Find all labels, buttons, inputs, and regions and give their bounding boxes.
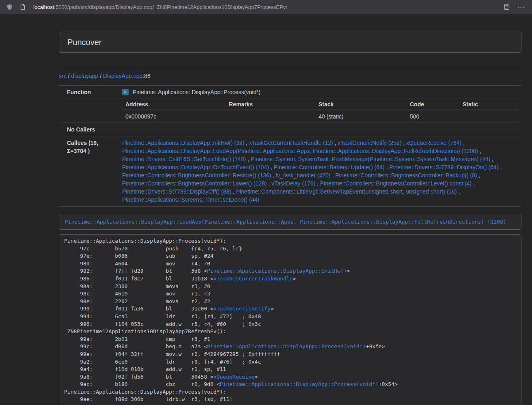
breadcrumb-link[interactable]: displayapp bbox=[71, 73, 98, 79]
callee-link[interactable]: Pinetime::Applications::Screens::Timer::… bbox=[122, 196, 259, 203]
callee-link[interactable]: Pinetime::Drivers::St7789::DisplayOff() … bbox=[122, 188, 231, 195]
callee-link[interactable]: Pinetime::Controllers::BrightnessControl… bbox=[122, 180, 267, 187]
callee-link[interactable]: Pinetime::System::SystemTask::PushMessag… bbox=[251, 156, 491, 162]
breadcrumb-link[interactable]: DisplayApp.cpp bbox=[103, 73, 142, 79]
breadcrumb-line-number: :86 bbox=[142, 73, 150, 79]
stats-column-header: Stack bbox=[315, 99, 407, 110]
symbol-panel: Pinetime::Applications::DisplayApp::Load… bbox=[59, 214, 521, 230]
function-table: Function Pinetime::Applications::Display… bbox=[59, 85, 521, 207]
shield-icon[interactable] bbox=[6, 3, 14, 11]
browser-toolbar: localhost:5000/path/src/displayapp/Displ… bbox=[0, 0, 532, 14]
callee-link[interactable]: Pinetime::Controllers::BrightnessControl… bbox=[335, 172, 477, 179]
panel-heading-link[interactable]: Pinetime::Applications::DisplayApp::Load… bbox=[65, 219, 506, 225]
function-label: Function bbox=[59, 86, 119, 99]
app-header: Puncover bbox=[59, 32, 521, 53]
symbol-link[interactable]: xTaskGenericNotify bbox=[213, 306, 271, 312]
stats-column-header: Address bbox=[122, 99, 226, 110]
callee-link[interactable]: Pinetime::Drivers::St7789::DisplayOn() (… bbox=[389, 164, 498, 170]
callee-link[interactable]: xTaskGenericNotify (252) bbox=[338, 140, 401, 146]
page-title: Puncover bbox=[67, 38, 102, 47]
callee-link[interactable]: xQueueReceive (764) bbox=[406, 140, 461, 146]
url-path: :5000/path/src/displayapp/DisplayApp.cpp… bbox=[54, 4, 287, 10]
stats-table: AddressRemarksStackCodeStatic 0x0000097c… bbox=[122, 99, 518, 123]
breadcrumb-separator: / bbox=[67, 73, 71, 79]
callee-link[interactable]: vTaskDelay (176) bbox=[271, 180, 315, 187]
callee-link[interactable]: lv_task_handler (420) bbox=[276, 172, 331, 179]
stats-value-row: 0x0000097c40 (static)500 bbox=[122, 110, 518, 123]
symbol-link[interactable]: xTaskGetCurrentTaskHandle bbox=[213, 276, 293, 282]
callee-link[interactable]: Pinetime::Controllers::Battery::Update()… bbox=[274, 164, 385, 170]
url-host: localhost bbox=[33, 4, 54, 10]
function-cell: Pinetime::Applications::DisplayApp::Proc… bbox=[119, 86, 521, 99]
callee-link[interactable]: xTaskGetCurrentTaskHandle (12) bbox=[249, 140, 333, 146]
page-info-icon[interactable] bbox=[19, 3, 27, 11]
function-name: Pinetime::Applications::DisplayApp::Proc… bbox=[133, 89, 261, 95]
stats-value bbox=[226, 110, 315, 123]
page-content: Puncover src / displayapp / DisplayApp.c… bbox=[59, 32, 521, 405]
callees-list: Pinetime::Applications::DisplayApp::Init… bbox=[119, 136, 521, 207]
divider bbox=[59, 68, 521, 68]
symbol-link[interactable]: Pinetime::Applications::DisplayApp::Proc… bbox=[220, 381, 379, 387]
breadcrumb: src / displayapp / DisplayApp.cpp:86 bbox=[59, 72, 521, 80]
callee-link[interactable]: Pinetime::Components::LittleVgl::SetNewT… bbox=[236, 188, 457, 195]
callee-link[interactable]: Pinetime::Applications::DisplayApp::Init… bbox=[122, 140, 244, 146]
breadcrumb-link[interactable]: src bbox=[59, 73, 67, 79]
callee-link[interactable]: Pinetime::Applications::DisplayApp::OnTo… bbox=[122, 164, 269, 170]
table-row: AddressRemarksStackCodeStatic 0x0000097c… bbox=[59, 99, 521, 123]
callers-cell bbox=[119, 123, 521, 136]
stats-value: 0x0000097c bbox=[122, 110, 226, 123]
reader-view-icon[interactable] bbox=[503, 3, 511, 11]
stats-value: 500 bbox=[407, 110, 459, 123]
table-row: Function Pinetime::Applications::Display… bbox=[59, 86, 521, 99]
stats-header-row: AddressRemarksStackCodeStatic bbox=[122, 99, 518, 110]
url-bar[interactable]: localhost:5000/path/src/displayapp/Displ… bbox=[33, 4, 498, 10]
table-row: Callees (19, Σ=3704 ) Pinetime::Applicat… bbox=[59, 136, 521, 207]
callee-link[interactable]: Pinetime::Controllers::BrightnessControl… bbox=[320, 180, 472, 187]
table-row: No Callers bbox=[59, 123, 521, 136]
page-actions-icon[interactable]: ⋯ bbox=[516, 4, 526, 11]
callee-link[interactable]: Pinetime::Controllers::BrightnessControl… bbox=[122, 172, 271, 179]
stats-column-header: Code bbox=[407, 99, 459, 110]
callee-link[interactable]: Pinetime::Drivers::Cst816S::GetTouchInfo… bbox=[122, 156, 246, 162]
stats-column-header: Remarks bbox=[226, 99, 315, 110]
no-callers-label: No Callers bbox=[59, 123, 119, 136]
stats-value bbox=[459, 110, 518, 123]
disassembly: Pinetime::Applications::DisplayApp::Proc… bbox=[59, 234, 521, 405]
stats-cell: AddressRemarksStackCodeStatic 0x0000097c… bbox=[119, 99, 521, 123]
callee-link[interactable]: Pinetime::Applications::DisplayApp::Load… bbox=[122, 148, 478, 154]
symbol-link[interactable]: Pinetime::Applications::DisplayApp::Init… bbox=[207, 268, 347, 274]
callees-label: Callees (19, Σ=3704 ) bbox=[59, 136, 119, 207]
stats-column-header: Static bbox=[459, 99, 518, 110]
empty-label bbox=[59, 99, 119, 123]
symbol-link[interactable]: xQueueReceive bbox=[213, 374, 255, 380]
stats-value: 40 (static) bbox=[315, 110, 407, 123]
breadcrumb-separator: / bbox=[98, 73, 103, 79]
function-icon bbox=[122, 89, 129, 95]
symbol-link[interactable]: Pinetime::Applications::DisplayApp::Proc… bbox=[207, 343, 366, 349]
